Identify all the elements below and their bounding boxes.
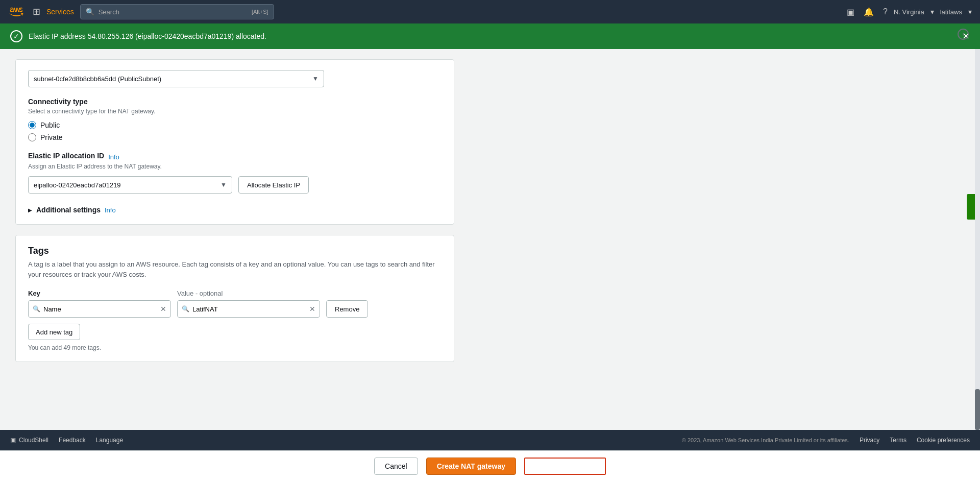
elastic-ip-chevron-icon: ▼	[220, 181, 227, 188]
tag-value-header: Value - optional	[177, 290, 320, 297]
connectivity-radio-group: Public Private	[28, 121, 442, 141]
elastic-ip-row: eipalloc-02420eacbd7a01219 ▼ Allocate El…	[28, 176, 442, 194]
tag-key-input-wrap[interactable]: 🔍 ✕	[28, 300, 171, 318]
region-selector[interactable]: N. Virginia	[894, 8, 924, 16]
grid-icon[interactable]: ⊞	[33, 6, 40, 17]
success-banner: ✓ Elastic IP address 54.80.255.126 (eipa…	[0, 23, 980, 49]
info-side-icon[interactable]: i	[958, 29, 969, 40]
connectivity-label: Connectivity type	[28, 98, 442, 106]
elastic-ip-label: Elastic IP allocation ID	[28, 152, 104, 160]
red-highlight-box	[524, 458, 606, 461]
search-icon: 🔍	[86, 8, 94, 16]
tags-card: Tags A tag is a label that you assign to…	[15, 235, 454, 362]
cloud9-icon[interactable]: ▣	[847, 7, 854, 17]
green-side-tab[interactable]	[967, 194, 975, 220]
radio-private[interactable]: Private	[28, 133, 442, 141]
elastic-ip-info-link[interactable]: Info	[108, 153, 119, 161]
bottom-bar: ▣ CloudShell Feedback Language © 2023, A…	[0, 430, 980, 450]
banner-message: Elastic IP address 54.80.255.126 (eipall…	[29, 32, 266, 40]
language-selector[interactable]: Language	[96, 437, 123, 444]
top-navigation: ⊞ Services 🔍 [Alt+S] ▣ 🔔 ? N. Virginia ▾…	[0, 0, 980, 23]
radio-private-input[interactable]	[28, 133, 36, 141]
tag-key-input[interactable]	[43, 305, 160, 313]
cloudshell-icon: ▣	[10, 437, 16, 444]
additional-settings-chevron-icon: ▶	[28, 207, 32, 213]
additional-settings-label: Additional settings	[36, 206, 101, 214]
subnet-chevron-icon: ▼	[312, 75, 318, 82]
help-icon[interactable]: ?	[883, 7, 888, 16]
elastic-ip-dropdown[interactable]: eipalloc-02420eacbd7a01219 ▼	[28, 176, 232, 194]
aws-logo[interactable]	[8, 3, 27, 21]
radio-public-label[interactable]: Public	[40, 121, 60, 129]
cookie-preferences-link[interactable]: Cookie preferences	[917, 437, 970, 444]
tags-title: Tags	[28, 246, 442, 256]
cloudshell-label: CloudShell	[19, 437, 48, 444]
tag-value-input-wrap[interactable]: 🔍 ✕	[177, 300, 320, 318]
services-link[interactable]: Services	[46, 8, 74, 16]
elastic-ip-section: Elastic IP allocation ID Info Assign an …	[28, 152, 442, 194]
additional-settings-toggle[interactable]: ▶ Additional settings Info	[28, 204, 442, 214]
subnet-dropdown[interactable]: subnet-0cfe2d8b8cbb6a5dd (PublicSubnet) …	[28, 70, 324, 87]
allocate-elastic-ip-button[interactable]: Allocate Elastic IP	[238, 176, 309, 194]
success-check-icon: ✓	[10, 30, 22, 42]
cancel-button[interactable]: Cancel	[374, 458, 418, 461]
elastic-ip-sublabel: Assign an Elastic IP address to the NAT …	[28, 163, 442, 170]
tag-row: 🔍 ✕ 🔍 ✕ Remove	[28, 300, 442, 318]
search-shortcut: [Alt+S]	[252, 9, 268, 15]
form-card: subnet-0cfe2d8b8cbb6a5dd (PublicSubnet) …	[15, 59, 454, 225]
tags-remaining-note: You can add 49 more tags.	[28, 344, 442, 351]
create-nat-gateway-button[interactable]: Create NAT gateway	[426, 458, 516, 461]
search-input[interactable]	[99, 8, 248, 16]
tag-key-search-icon: 🔍	[33, 305, 40, 312]
tag-key-header: Key	[28, 290, 171, 297]
privacy-link[interactable]: Privacy	[860, 437, 879, 444]
elastic-ip-value: eipalloc-02420eacbd7a01219	[34, 181, 121, 189]
subnet-value: subnet-0cfe2d8b8cbb6a5dd (PublicSubnet)	[34, 75, 161, 83]
terms-link[interactable]: Terms	[890, 437, 906, 444]
radio-public[interactable]: Public	[28, 121, 442, 129]
scrollbar[interactable]	[975, 49, 980, 430]
nav-icon-group: ▣ 🔔 ?	[847, 7, 888, 17]
remove-tag-button[interactable]: Remove	[326, 300, 368, 318]
tag-value-input[interactable]	[192, 305, 309, 313]
action-bar: Cancel Create NAT gateway	[0, 450, 980, 461]
tag-value-clear-icon[interactable]: ✕	[309, 305, 315, 313]
feedback-link[interactable]: Feedback	[59, 437, 86, 444]
cloudshell-button[interactable]: ▣ CloudShell	[10, 437, 48, 444]
bottom-bar-right: © 2023, Amazon Web Services India Privat…	[682, 437, 970, 444]
connectivity-section: Connectivity type Select a connectivity …	[28, 98, 442, 141]
tags-header-row: Key Value - optional	[28, 290, 442, 297]
search-bar[interactable]: 🔍 [Alt+S]	[80, 4, 274, 19]
bell-icon[interactable]: 🔔	[864, 7, 874, 17]
additional-settings-info-link[interactable]: Info	[105, 206, 116, 214]
radio-private-label[interactable]: Private	[40, 133, 63, 141]
copyright-text: © 2023, Amazon Web Services India Privat…	[682, 437, 849, 443]
radio-public-input[interactable]	[28, 121, 36, 129]
connectivity-sublabel: Select a connectivity type for the NAT g…	[28, 108, 442, 115]
main-content: subnet-0cfe2d8b8cbb6a5dd (PublicSubnet) …	[0, 49, 980, 461]
tags-description: A tag is a label that you assign to an A…	[28, 259, 442, 279]
tag-value-search-icon: 🔍	[182, 305, 189, 312]
scroll-thumb[interactable]	[975, 389, 980, 430]
tag-key-clear-icon[interactable]: ✕	[160, 305, 166, 313]
add-new-tag-button[interactable]: Add new tag	[28, 324, 80, 340]
user-menu[interactable]: latifaws	[940, 8, 962, 16]
